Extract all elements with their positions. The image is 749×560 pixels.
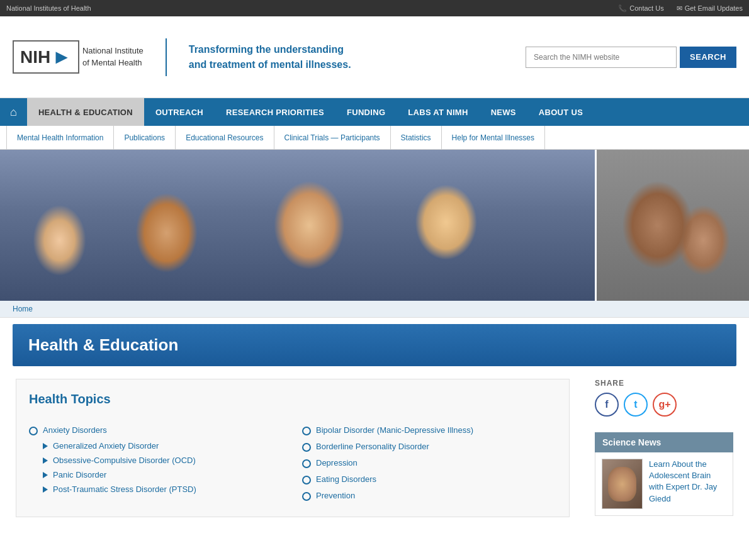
content-section: Health Topics Anxiety Disorders Generali…: [16, 379, 570, 517]
nih-logo[interactable]: NIH ► National Institute of Mental Healt…: [13, 40, 144, 74]
nih-link[interactable]: National Institutes of Health: [6, 4, 91, 12]
share-section: SHARE f t g+: [595, 379, 733, 417]
news-item: Learn About the Adolescent Brain with Ex…: [602, 459, 726, 509]
share-label: SHARE: [595, 379, 733, 388]
header-divider: [166, 38, 167, 76]
email-updates[interactable]: ✉ Get Email Updates: [677, 4, 743, 13]
bullet-icon: [302, 427, 311, 435]
contact-us[interactable]: 📞 Contact Us: [618, 4, 663, 13]
topic-borderline[interactable]: Borderline Personality Disorder: [316, 442, 429, 451]
search-area: SEARCH: [526, 47, 736, 68]
list-item: Prevention: [302, 488, 556, 504]
health-topics-title: Health Topics: [29, 392, 556, 410]
bullet-icon: [302, 459, 311, 468]
topic-anxiety-disorders[interactable]: Anxiety Disorders: [43, 425, 107, 435]
main-nav: ⌂ HEALTH & EDUCATION OUTREACH RESEARCH P…: [0, 98, 749, 126]
nav-news[interactable]: NEWS: [480, 98, 527, 126]
hero-left-image: [0, 150, 595, 301]
hero-right-image: [595, 150, 749, 301]
subnav-publications[interactable]: Publications: [114, 126, 176, 150]
content-sidebar: SHARE f t g+ Science News Learn About th…: [582, 366, 736, 530]
logo-arrow: ►: [52, 45, 72, 69]
news-thumbnail: [602, 459, 643, 509]
bullet-icon: [29, 427, 38, 435]
science-news-header: Science News: [595, 432, 733, 452]
search-input[interactable]: [526, 47, 677, 68]
page-title-bar: Health & Education: [13, 324, 736, 366]
subtopic-gad[interactable]: Generalized Anxiety Disorder: [53, 441, 159, 451]
science-news-widget: Science News Learn About the Adolescent …: [595, 432, 733, 516]
subnav-clinical-trials[interactable]: Clinical Trials — Participants: [274, 126, 391, 150]
googleplus-button[interactable]: g+: [653, 393, 677, 417]
subtopic-panic[interactable]: Panic Disorder: [53, 470, 106, 479]
news-face-image: [608, 467, 636, 501]
subnav-mental-health-info[interactable]: Mental Health Information: [6, 126, 114, 150]
logo-area: NIH ► National Institute of Mental Healt…: [13, 38, 351, 76]
list-item: Obsessive-Compulsive Disorder (OCD): [29, 453, 283, 468]
subtopic-ocd[interactable]: Obsessive-Compulsive Disorder (OCD): [53, 456, 196, 465]
nih-initials: NIH ►: [13, 40, 79, 74]
sub-bullet-icon: [43, 443, 48, 449]
list-item: Eating Disorders: [302, 471, 556, 488]
twitter-button[interactable]: t: [624, 393, 648, 417]
nav-health-education[interactable]: HEALTH & EDUCATION: [27, 98, 144, 126]
breadcrumb-home[interactable]: Home: [13, 305, 33, 313]
bullet-icon: [302, 492, 311, 501]
news-link[interactable]: Learn About the Adolescent Brain with Ex…: [649, 459, 726, 505]
sub-nav: Mental Health Information Publications E…: [0, 126, 749, 150]
hero-image: [0, 150, 749, 301]
top-bar-right: 📞 Contact Us ✉ Get Email Updates: [618, 4, 743, 13]
science-news-content: Learn About the Adolescent Brain with Ex…: [595, 452, 733, 516]
top-bar: National Institutes of Health 📞 Contact …: [0, 0, 749, 16]
search-button[interactable]: SEARCH: [680, 47, 736, 68]
topics-col-left: Anxiety Disorders Generalized Anxiety Di…: [29, 422, 283, 504]
home-button[interactable]: ⌂: [0, 98, 27, 126]
social-icons: f t g+: [595, 393, 733, 417]
nav-research-priorities[interactable]: RESEARCH PRIORITIES: [215, 98, 335, 126]
nav-about-us[interactable]: ABOUT US: [527, 98, 594, 126]
subnav-statistics[interactable]: Statistics: [391, 126, 442, 150]
topic-prevention[interactable]: Prevention: [316, 491, 355, 500]
list-item: Generalized Anxiety Disorder: [29, 439, 283, 453]
header-tagline: Transforming the understanding and treat…: [189, 42, 351, 72]
topics-col-right: Bipolar Disorder (Manic-Depressive Illne…: [302, 422, 556, 504]
subtopic-ptsd[interactable]: Post-Traumatic Stress Disorder (PTSD): [53, 484, 196, 494]
bullet-icon: [302, 476, 311, 484]
phone-icon: 📞: [618, 4, 627, 13]
org-name: National Institute of Mental Health: [82, 45, 144, 68]
list-item: Anxiety Disorders: [29, 422, 283, 439]
list-item: Depression: [302, 455, 556, 471]
nav-outreach[interactable]: OUTREACH: [144, 98, 215, 126]
content-wrapper: Health Topics Anxiety Disorders Generali…: [13, 366, 736, 530]
subnav-educational-resources[interactable]: Educational Resources: [176, 126, 274, 150]
topic-bipolar[interactable]: Bipolar Disorder (Manic-Depressive Illne…: [316, 425, 473, 435]
sub-bullet-icon: [43, 486, 48, 493]
bullet-icon: [302, 443, 311, 452]
list-item: Borderline Personality Disorder: [302, 439, 556, 455]
list-item: Bipolar Disorder (Manic-Depressive Illne…: [302, 422, 556, 439]
breadcrumb: Home: [0, 301, 749, 318]
email-icon: ✉: [677, 4, 682, 13]
facebook-button[interactable]: f: [595, 393, 619, 417]
sub-bullet-icon: [43, 472, 48, 478]
content-main: Health Topics Anxiety Disorders Generali…: [13, 366, 582, 530]
list-item: Post-Traumatic Stress Disorder (PTSD): [29, 482, 283, 496]
site-header: NIH ► National Institute of Mental Healt…: [0, 16, 749, 98]
subnav-help-mental-illnesses[interactable]: Help for Mental Illnesses: [442, 126, 545, 150]
topic-depression[interactable]: Depression: [316, 458, 358, 468]
page-title: Health & Education: [28, 335, 721, 355]
nav-labs-at-nimh[interactable]: LABS AT NIMH: [397, 98, 479, 126]
list-item: Panic Disorder: [29, 468, 283, 482]
topic-eating-disorders[interactable]: Eating Disorders: [316, 474, 376, 484]
nav-funding[interactable]: FUNDING: [335, 98, 397, 126]
topics-grid: Anxiety Disorders Generalized Anxiety Di…: [29, 422, 556, 504]
sub-bullet-icon: [43, 457, 48, 464]
